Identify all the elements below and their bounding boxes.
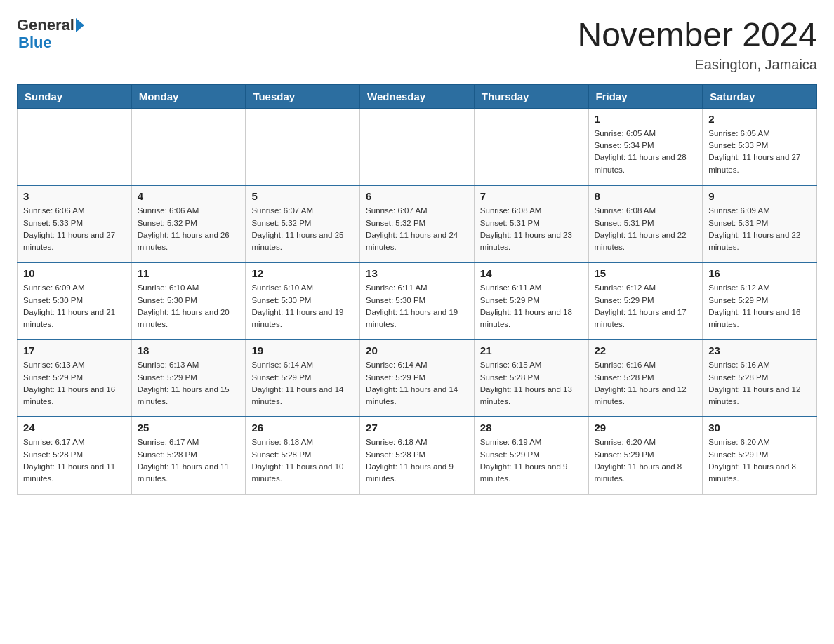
day-info: Sunrise: 6:08 AMSunset: 5:31 PMDaylight:… (595, 205, 697, 253)
calendar-header-saturday: Saturday (703, 84, 817, 108)
calendar-header-sunday: Sunday (18, 84, 132, 108)
calendar-cell: 21Sunrise: 6:15 AMSunset: 5:28 PMDayligh… (474, 340, 588, 417)
day-number: 20 (366, 344, 468, 356)
logo-general: General (17, 17, 74, 34)
day-number: 27 (366, 422, 468, 434)
title-block: November 2024 Easington, Jamaica (577, 17, 817, 73)
day-info: Sunrise: 6:11 AMSunset: 5:30 PMDaylight:… (366, 282, 468, 330)
logo-blue: Blue (18, 34, 52, 52)
day-info: Sunrise: 6:05 AMSunset: 5:33 PMDaylight:… (708, 128, 811, 176)
logo-arrow-icon (76, 18, 84, 32)
calendar-header-wednesday: Wednesday (360, 84, 475, 108)
day-info: Sunrise: 6:14 AMSunset: 5:29 PMDaylight:… (251, 359, 354, 408)
day-number: 23 (708, 344, 811, 356)
day-info: Sunrise: 6:12 AMSunset: 5:29 PMDaylight:… (595, 282, 697, 330)
day-number: 29 (595, 422, 697, 434)
logo: General Blue (17, 17, 84, 52)
day-number: 19 (251, 344, 354, 356)
day-info: Sunrise: 6:18 AMSunset: 5:28 PMDaylight:… (251, 436, 354, 485)
calendar-cell: 29Sunrise: 6:20 AMSunset: 5:29 PMDayligh… (588, 417, 703, 494)
day-number: 11 (138, 267, 240, 279)
day-info: Sunrise: 6:18 AMSunset: 5:28 PMDaylight:… (366, 436, 468, 485)
calendar-cell (360, 108, 475, 185)
day-info: Sunrise: 6:05 AMSunset: 5:34 PMDaylight:… (595, 128, 697, 176)
day-number: 2 (708, 113, 811, 125)
calendar-cell: 16Sunrise: 6:12 AMSunset: 5:29 PMDayligh… (703, 262, 817, 340)
calendar-header-tuesday: Tuesday (246, 84, 360, 108)
calendar-cell: 2Sunrise: 6:05 AMSunset: 5:33 PMDaylight… (703, 108, 817, 185)
calendar-title: November 2024 (577, 17, 817, 54)
day-info: Sunrise: 6:17 AMSunset: 5:28 PMDaylight:… (23, 436, 126, 485)
day-info: Sunrise: 6:09 AMSunset: 5:30 PMDaylight:… (23, 282, 126, 330)
calendar-cell: 15Sunrise: 6:12 AMSunset: 5:29 PMDayligh… (588, 262, 703, 340)
day-number: 8 (595, 190, 697, 202)
calendar-cell: 12Sunrise: 6:10 AMSunset: 5:30 PMDayligh… (246, 262, 360, 340)
calendar-cell: 27Sunrise: 6:18 AMSunset: 5:28 PMDayligh… (360, 417, 475, 494)
calendar-cell: 25Sunrise: 6:17 AMSunset: 5:28 PMDayligh… (131, 417, 246, 494)
page-header: General Blue November 2024 Easington, Ja… (17, 17, 817, 73)
day-info: Sunrise: 6:14 AMSunset: 5:29 PMDaylight:… (366, 359, 468, 408)
day-info: Sunrise: 6:16 AMSunset: 5:28 PMDaylight:… (708, 359, 811, 408)
day-info: Sunrise: 6:10 AMSunset: 5:30 PMDaylight:… (138, 282, 240, 330)
day-number: 13 (366, 267, 468, 279)
calendar-location: Easington, Jamaica (577, 57, 817, 73)
day-number: 24 (23, 422, 126, 434)
calendar-header-monday: Monday (131, 84, 246, 108)
calendar-cell: 28Sunrise: 6:19 AMSunset: 5:29 PMDayligh… (474, 417, 588, 494)
calendar-table: SundayMondayTuesdayWednesdayThursdayFrid… (17, 84, 817, 495)
day-info: Sunrise: 6:07 AMSunset: 5:32 PMDaylight:… (251, 205, 354, 253)
calendar-week-1: 1Sunrise: 6:05 AMSunset: 5:34 PMDaylight… (18, 108, 817, 185)
calendar-header-thursday: Thursday (474, 84, 588, 108)
calendar-cell: 26Sunrise: 6:18 AMSunset: 5:28 PMDayligh… (246, 417, 360, 494)
calendar-week-5: 24Sunrise: 6:17 AMSunset: 5:28 PMDayligh… (18, 417, 817, 494)
day-info: Sunrise: 6:12 AMSunset: 5:29 PMDaylight:… (708, 282, 811, 330)
calendar-cell: 4Sunrise: 6:06 AMSunset: 5:32 PMDaylight… (131, 185, 246, 262)
day-number: 25 (138, 422, 240, 434)
calendar-cell: 30Sunrise: 6:20 AMSunset: 5:29 PMDayligh… (703, 417, 817, 494)
calendar-cell: 24Sunrise: 6:17 AMSunset: 5:28 PMDayligh… (18, 417, 132, 494)
day-number: 10 (23, 267, 126, 279)
day-number: 26 (251, 422, 354, 434)
day-number: 22 (595, 344, 697, 356)
calendar-cell (18, 108, 132, 185)
day-number: 6 (366, 190, 468, 202)
day-info: Sunrise: 6:08 AMSunset: 5:31 PMDaylight:… (480, 205, 583, 253)
day-number: 3 (23, 190, 126, 202)
calendar-header-friday: Friday (588, 84, 703, 108)
day-number: 12 (251, 267, 354, 279)
calendar-cell: 18Sunrise: 6:13 AMSunset: 5:29 PMDayligh… (131, 340, 246, 417)
day-number: 16 (708, 267, 811, 279)
day-info: Sunrise: 6:06 AMSunset: 5:33 PMDaylight:… (23, 205, 126, 253)
day-info: Sunrise: 6:20 AMSunset: 5:29 PMDaylight:… (595, 436, 697, 485)
calendar-cell: 14Sunrise: 6:11 AMSunset: 5:29 PMDayligh… (474, 262, 588, 340)
day-info: Sunrise: 6:13 AMSunset: 5:29 PMDaylight:… (23, 359, 126, 408)
day-info: Sunrise: 6:15 AMSunset: 5:28 PMDaylight:… (480, 359, 583, 408)
calendar-cell: 3Sunrise: 6:06 AMSunset: 5:33 PMDaylight… (18, 185, 132, 262)
calendar-cell (131, 108, 246, 185)
day-info: Sunrise: 6:10 AMSunset: 5:30 PMDaylight:… (251, 282, 354, 330)
calendar-cell: 11Sunrise: 6:10 AMSunset: 5:30 PMDayligh… (131, 262, 246, 340)
day-number: 21 (480, 344, 583, 356)
calendar-cell: 13Sunrise: 6:11 AMSunset: 5:30 PMDayligh… (360, 262, 475, 340)
day-info: Sunrise: 6:06 AMSunset: 5:32 PMDaylight:… (138, 205, 240, 253)
calendar-cell: 5Sunrise: 6:07 AMSunset: 5:32 PMDaylight… (246, 185, 360, 262)
day-number: 7 (480, 190, 583, 202)
calendar-cell: 8Sunrise: 6:08 AMSunset: 5:31 PMDaylight… (588, 185, 703, 262)
calendar-week-3: 10Sunrise: 6:09 AMSunset: 5:30 PMDayligh… (18, 262, 817, 340)
calendar-cell: 19Sunrise: 6:14 AMSunset: 5:29 PMDayligh… (246, 340, 360, 417)
calendar-cell: 17Sunrise: 6:13 AMSunset: 5:29 PMDayligh… (18, 340, 132, 417)
day-number: 15 (595, 267, 697, 279)
day-number: 14 (480, 267, 583, 279)
day-number: 30 (708, 422, 811, 434)
day-info: Sunrise: 6:11 AMSunset: 5:29 PMDaylight:… (480, 282, 583, 330)
calendar-cell (474, 108, 588, 185)
day-number: 4 (138, 190, 240, 202)
day-number: 5 (251, 190, 354, 202)
day-number: 18 (138, 344, 240, 356)
day-info: Sunrise: 6:09 AMSunset: 5:31 PMDaylight:… (708, 205, 811, 253)
day-info: Sunrise: 6:16 AMSunset: 5:28 PMDaylight:… (595, 359, 697, 408)
day-info: Sunrise: 6:13 AMSunset: 5:29 PMDaylight:… (138, 359, 240, 408)
calendar-cell: 6Sunrise: 6:07 AMSunset: 5:32 PMDaylight… (360, 185, 475, 262)
calendar-week-4: 17Sunrise: 6:13 AMSunset: 5:29 PMDayligh… (18, 340, 817, 417)
day-number: 28 (480, 422, 583, 434)
